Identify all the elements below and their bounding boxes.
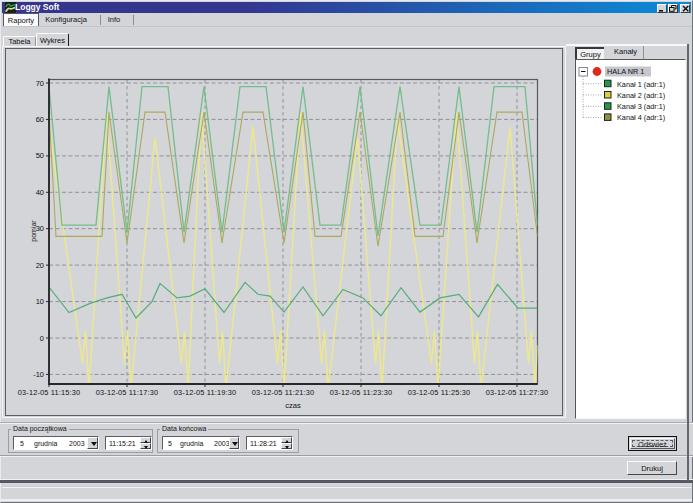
svg-text:03-12-05 11:19:30: 03-12-05 11:19:30 <box>174 388 236 397</box>
svg-text:03-12-05 11:17:30: 03-12-05 11:17:30 <box>96 388 158 397</box>
svg-text:Kanał 3 (adr:1): Kanał 3 (adr:1) <box>617 102 665 111</box>
svg-text:Kanał 2 (adr:1): Kanał 2 (adr:1) <box>617 91 665 100</box>
svg-text:czas: czas <box>285 401 301 410</box>
svg-text:10: 10 <box>36 297 44 306</box>
svg-text:50: 50 <box>36 151 44 160</box>
svg-text:0: 0 <box>40 334 44 343</box>
svg-text:Kanał 1 (adr:1): Kanał 1 (adr:1) <box>617 80 665 89</box>
svg-text:03-12-05 11:25:30: 03-12-05 11:25:30 <box>408 388 470 397</box>
svg-text:03-12-05 11:21:30: 03-12-05 11:21:30 <box>252 388 314 397</box>
svg-text:HALA NR 1: HALA NR 1 <box>607 67 644 76</box>
svg-text:03-12-05 11:27:30: 03-12-05 11:27:30 <box>486 388 548 397</box>
svg-text:03-12-05 11:15:30: 03-12-05 11:15:30 <box>18 388 80 397</box>
svg-text:-10: -10 <box>33 370 44 379</box>
svg-text:pomiar: pomiar <box>30 220 38 242</box>
svg-text:Kanał 4 (adr:1): Kanał 4 (adr:1) <box>617 113 665 122</box>
svg-text:60: 60 <box>36 115 44 124</box>
svg-text:40: 40 <box>36 188 44 197</box>
svg-text:03-12-05 11:23:30: 03-12-05 11:23:30 <box>330 388 392 397</box>
svg-text:20: 20 <box>36 261 44 270</box>
svg-text:70: 70 <box>36 79 44 88</box>
